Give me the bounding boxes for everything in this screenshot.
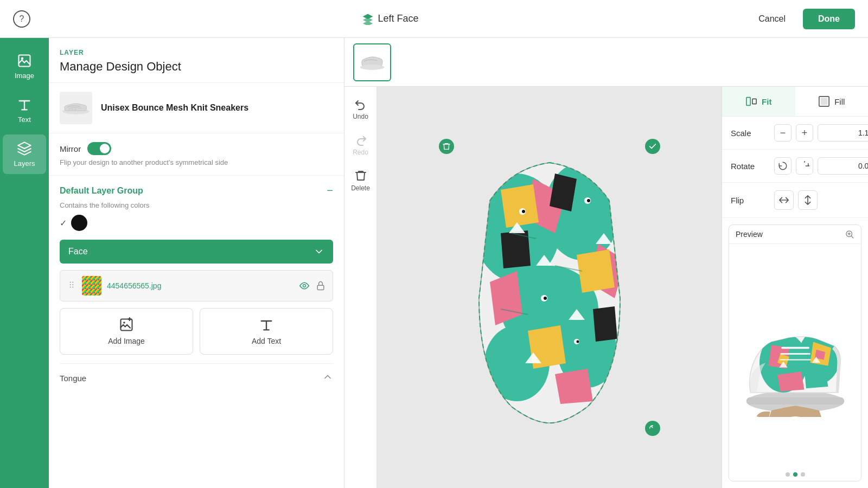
face-thumbnail[interactable] [353, 43, 391, 81]
layer-group-subtitle: Contains the following colors [60, 201, 333, 209]
manage-design-title: Manage Design Object [60, 60, 333, 74]
rotate-row: Rotate [722, 150, 868, 183]
design-artwork [446, 146, 653, 428]
delete-button[interactable]: Delete [348, 165, 374, 196]
fit-button[interactable]: Fit [722, 87, 795, 116]
sidebar-item-layers[interactable]: Layers [3, 134, 46, 174]
add-image-button[interactable]: Add Image [60, 308, 193, 355]
face-thumb-sneaker-icon [357, 47, 387, 78]
undo-button[interactable]: Undo [348, 93, 374, 125]
flip-v-icon [802, 194, 814, 206]
layer-handle-icon[interactable] [67, 280, 76, 292]
mirror-row: Mirror [60, 142, 333, 155]
mirror-section: Mirror Flip your design to another produ… [49, 133, 344, 176]
zoom-icon[interactable] [845, 229, 854, 239]
svg-marker-28 [501, 184, 539, 228]
svg-point-15 [123, 322, 125, 324]
layer-group-collapse-button[interactable]: − [327, 184, 333, 197]
add-image-icon [119, 317, 134, 332]
canvas-top-bar [344, 38, 868, 87]
handle-top-right[interactable] [645, 139, 660, 154]
flip-label: Flip [731, 196, 769, 205]
preview-dot-2[interactable] [793, 472, 797, 477]
tongue-header[interactable]: Tongue [60, 364, 333, 392]
flip-h-icon [778, 194, 790, 206]
lock-icon[interactable] [315, 280, 326, 291]
sidebar-item-image[interactable]: Image [3, 47, 46, 86]
svg-point-12 [303, 285, 306, 287]
scale-minus-button[interactable]: − [774, 124, 792, 142]
svg-rect-13 [317, 285, 324, 290]
svg-point-11 [72, 286, 73, 287]
layers-scroll-area[interactable]: Default Layer Group − Contains the follo… [49, 176, 344, 488]
scale-label: Scale [731, 129, 769, 138]
fill-button[interactable]: Fill [795, 87, 869, 116]
svg-point-1 [21, 57, 24, 60]
done-button[interactable]: Done [803, 9, 855, 29]
add-buttons-row: Add Image Add Text [60, 308, 333, 355]
fit-icon [745, 95, 757, 107]
tongue-section: Tongue [60, 363, 333, 392]
preview-dot-3[interactable] [801, 472, 805, 477]
face-dropdown[interactable]: Face [60, 240, 333, 264]
svg-point-46 [576, 341, 579, 343]
fit-label: Fit [762, 97, 771, 106]
flip-row: Flip [722, 183, 868, 218]
text-nav-label: Text [18, 115, 31, 124]
preview-dot-1[interactable] [786, 472, 790, 477]
rotate-cw-button[interactable] [796, 157, 813, 175]
scale-input[interactable] [818, 124, 868, 142]
trash-handle-icon [442, 142, 451, 151]
design-canvas [446, 146, 653, 428]
svg-point-10 [70, 286, 71, 287]
sidebar-item-text[interactable]: Text [3, 91, 46, 130]
canvas-area: Undo Redo Delete [344, 38, 868, 488]
header-right: Cancel Done [750, 9, 855, 29]
rotate-handle-icon [648, 424, 657, 433]
redo-button[interactable]: Redo [348, 129, 374, 160]
main-canvas[interactable] [377, 87, 722, 488]
redo-icon [354, 133, 367, 146]
add-image-label: Add Image [108, 337, 145, 345]
text-icon [17, 97, 32, 112]
fit-fill-row: Fit Fill [722, 87, 868, 117]
flip-vertical-button[interactable] [798, 190, 818, 210]
layer-group-header: Default Layer Group − [60, 176, 333, 201]
visibility-icon[interactable] [299, 280, 310, 291]
svg-point-8 [70, 284, 71, 285]
handle-bottom-right[interactable] [645, 421, 660, 436]
svg-rect-51 [752, 99, 756, 104]
rotate-ccw-button[interactable] [774, 157, 792, 175]
mirror-label: Mirror [60, 144, 81, 153]
svg-point-40 [522, 210, 525, 213]
help-button[interactable]: ? [13, 10, 30, 28]
preview-image-area [729, 244, 861, 481]
black-color-swatch[interactable] [71, 215, 87, 231]
preview-sneaker-image [736, 309, 855, 417]
scale-plus-button[interactable]: + [796, 124, 813, 142]
preview-panel: Preview [729, 224, 861, 481]
svg-marker-61 [777, 371, 805, 391]
svg-point-7 [72, 281, 73, 282]
svg-marker-29 [577, 249, 615, 293]
svg-point-5 [74, 109, 76, 111]
cancel-button[interactable]: Cancel [750, 10, 794, 28]
redo-label: Redo [353, 149, 368, 156]
mirror-toggle[interactable] [87, 142, 111, 155]
preview-dots [786, 472, 805, 477]
svg-point-3 [69, 110, 71, 111]
header: ? Left Face Cancel Done [0, 0, 868, 38]
rotate-label: Rotate [731, 162, 769, 171]
handle-top-left[interactable] [439, 139, 454, 154]
sidebar: LAYER Manage Design Object Unisex Bounce… [49, 38, 344, 488]
color-swatch-row: ✓ [60, 215, 333, 231]
undo-label: Undo [353, 113, 368, 120]
delete-label: Delete [351, 184, 370, 192]
fill-label: Fill [834, 97, 845, 106]
add-text-button[interactable]: Add Text [200, 308, 333, 355]
add-text-label: Add Text [252, 337, 281, 345]
fill-icon [818, 95, 830, 107]
flip-horizontal-button[interactable] [774, 190, 794, 210]
header-center: Left Face [362, 13, 419, 25]
rotate-input[interactable] [818, 157, 868, 175]
